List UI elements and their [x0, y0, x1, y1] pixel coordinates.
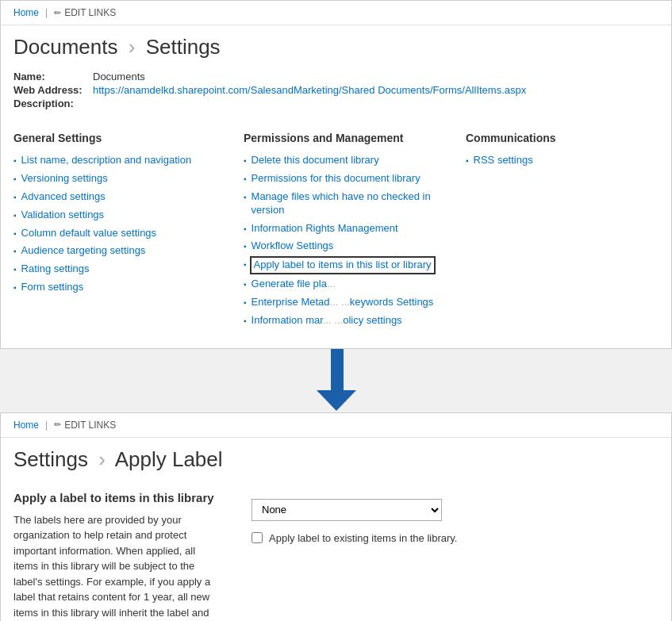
bottom-edit-links-label: EDIT LINKS [64, 420, 116, 431]
delete-library-link[interactable]: Delete this document library [252, 154, 379, 167]
list-item: Versioning settings [13, 172, 244, 186]
apply-existing-checkbox[interactable] [252, 532, 263, 543]
name-value: Documents [93, 71, 145, 82]
versioning-link[interactable]: Versioning settings [21, 172, 108, 186]
permissions-heading: Permissions and Management [244, 132, 466, 144]
home-breadcrumb[interactable]: Home [13, 7, 39, 18]
rating-link[interactable]: Rating settings [21, 263, 90, 276]
breadcrumb-bar: Home | ✏ EDIT LINKS [1, 1, 671, 25]
bottom-panel: Home | ✏ EDIT LINKS Settings › Apply Lab… [0, 412, 672, 621]
apply-label-link[interactable]: Apply label to items in this list or lib… [252, 258, 434, 273]
list-item: Generate file pla... [244, 278, 466, 291]
page-title-main: Documents [13, 35, 118, 59]
list-info: Name: Documents Web Address: https://ana… [1, 63, 671, 119]
existing-items-checkbox-row: Apply label to existing items in the lib… [252, 532, 659, 544]
list-item: Advanced settings [13, 190, 244, 204]
list-item: Information mar... ...olicy settings [244, 314, 466, 328]
communications-heading: Communications [466, 132, 624, 144]
title-arrow: › [129, 35, 136, 59]
down-arrow-section [0, 349, 672, 412]
communications-col: Communications RSS settings [466, 132, 624, 332]
svg-rect-1 [331, 349, 344, 393]
bottom-home-breadcrumb[interactable]: Home [13, 420, 39, 431]
communications-list: RSS settings [466, 154, 624, 167]
list-item: Rating settings [13, 263, 244, 276]
web-address-link[interactable]: https://anamdelkd.sharepoint.com/Salesan… [93, 84, 526, 96]
list-item: Column default value settings [13, 227, 244, 240]
list-item: Enterprise Metad... ...keywords Settings [244, 296, 466, 309]
bottom-breadcrumb-bar: Home | ✏ EDIT LINKS [1, 413, 671, 438]
rss-link[interactable]: RSS settings [474, 154, 533, 167]
list-info-desc-row: Description: [13, 98, 659, 109]
label-dropdown-wrapper: None [252, 499, 659, 521]
list-item: List name, description and navigation [13, 154, 244, 167]
svg-marker-2 [317, 390, 356, 411]
list-info-web-row: Web Address: https://anamdelkd.sharepoin… [13, 84, 659, 96]
manage-files-link[interactable]: Manage files which have no checked in ve… [252, 190, 466, 217]
settings-grid: General Settings List name, description … [1, 119, 671, 348]
label-dropdown[interactable]: None [252, 499, 442, 521]
form-link[interactable]: Form settings [21, 281, 84, 294]
column-default-link[interactable]: Column default value settings [21, 227, 157, 240]
apply-label-left: Apply a label to items in this library T… [13, 491, 220, 621]
apply-existing-label[interactable]: Apply label to existing items in the lib… [269, 532, 457, 544]
bottom-pencil-icon: ✏ [54, 420, 61, 430]
irm-link[interactable]: Information Rights Management [252, 222, 398, 236]
permissions-library-link[interactable]: Permissions for this document library [252, 172, 420, 186]
bottom-edit-links[interactable]: ✏ EDIT LINKS [54, 420, 116, 431]
list-info-name-row: Name: Documents [13, 71, 659, 82]
pencil-icon: ✏ [54, 8, 61, 18]
edit-links[interactable]: ✏ EDIT LINKS [54, 7, 116, 18]
list-item: Manage files which have no checked in ve… [244, 190, 466, 217]
top-panel: Home | ✏ EDIT LINKS Documents › Settings… [0, 0, 672, 349]
web-address-value: https://anamdelkd.sharepoint.com/Salesan… [93, 84, 526, 96]
general-settings-col: General Settings List name, description … [13, 132, 244, 332]
list-item: Permissions for this document library [244, 172, 466, 186]
list-item: Form settings [13, 281, 244, 294]
info-management-link[interactable]: Information mar... ...olicy settings [252, 314, 402, 328]
bottom-page-title-main: Settings [13, 447, 88, 471]
apply-label-heading: Apply a label to items in this library [13, 491, 220, 504]
description-label: Description: [13, 98, 93, 109]
general-settings-list: List name, description and navigation Ve… [13, 154, 244, 294]
enterprise-meta-link[interactable]: Enterprise Metad... ...keywords Settings [252, 296, 434, 309]
advanced-link[interactable]: Advanced settings [21, 190, 106, 204]
list-item: Information Rights Management [244, 222, 466, 236]
workflow-link[interactable]: Workflow Settings [252, 240, 334, 253]
list-item: Workflow Settings [244, 240, 466, 253]
list-item: Validation settings [13, 209, 244, 222]
apply-label-description: The labels here are provided by your org… [13, 512, 220, 621]
name-label: Name: [13, 71, 93, 82]
apply-label-right: None Apply label to existing items in th… [252, 491, 659, 621]
bottom-title-arrow: › [98, 447, 106, 471]
web-address-label: Web Address: [13, 84, 93, 96]
list-name-link[interactable]: List name, description and navigation [21, 154, 192, 167]
bottom-separator: | [45, 420, 48, 431]
down-arrow-svg [305, 349, 368, 412]
page-title: Documents › Settings [1, 25, 671, 63]
list-item: Delete this document library [244, 154, 466, 167]
permissions-list: Delete this document library Permissions… [244, 154, 466, 328]
list-item: RSS settings [466, 154, 624, 167]
separator: | [45, 7, 48, 18]
generate-file-link[interactable]: Generate file pla... [252, 278, 336, 291]
apply-label-content: Apply a label to items in this library T… [1, 475, 671, 621]
list-item: Audience targeting settings [13, 244, 244, 258]
general-settings-heading: General Settings [13, 132, 244, 144]
edit-links-label: EDIT LINKS [64, 7, 116, 18]
audience-link[interactable]: Audience targeting settings [21, 244, 146, 258]
bottom-page-title-suffix: Apply Label [115, 447, 223, 471]
permissions-col: Permissions and Management Delete this d… [244, 132, 466, 332]
page-title-suffix: Settings [146, 35, 221, 59]
bottom-page-title: Settings › Apply Label [1, 438, 671, 475]
validation-link[interactable]: Validation settings [21, 209, 105, 222]
apply-label-list-item: Apply label to items in this list or lib… [244, 258, 466, 273]
